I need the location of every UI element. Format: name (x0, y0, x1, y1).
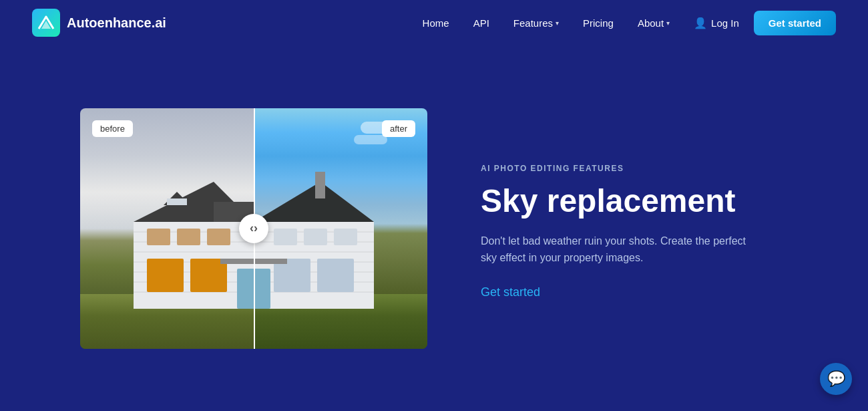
svg-rect-21 (317, 259, 354, 292)
about-chevron-icon: ▾ (666, 19, 670, 27)
svg-rect-17 (334, 229, 357, 245)
person-icon: 👤 (694, 17, 707, 29)
feature-title: Sky replacement (481, 184, 815, 219)
logo-text: Autoenhance.ai (67, 15, 166, 31)
nav-home[interactable]: Home (413, 12, 459, 34)
svg-rect-16 (304, 229, 327, 245)
logo-icon (32, 9, 60, 37)
hero-text: AI PHOTO EDITING FEATURES Sky replacemen… (481, 157, 815, 299)
nav-features[interactable]: Features ▾ (504, 12, 568, 34)
svg-marker-3 (254, 182, 374, 222)
nav-about[interactable]: About ▾ (628, 12, 679, 34)
logo[interactable]: Autoenhance.ai (32, 9, 166, 37)
feature-description: Don't let bad weather ruin your shots. C… (481, 233, 748, 267)
navbar: Autoenhance.ai Home API Features ▾ Prici… (0, 0, 868, 45)
nav-pricing[interactable]: Pricing (574, 12, 623, 34)
svg-rect-15 (274, 229, 297, 245)
nav-login[interactable]: 👤 Log In (684, 11, 748, 35)
image-comparison: ‹› before after (80, 108, 427, 349)
before-label: before (92, 120, 133, 137)
svg-rect-14 (207, 229, 230, 245)
hero-get-started-link[interactable]: Get started (481, 285, 540, 299)
main-content: ‹› before after AI PHOTO EDITING FEATURE… (0, 45, 868, 411)
nav-api[interactable]: API (464, 12, 499, 34)
chat-icon: 💬 (827, 370, 845, 388)
nav-links: Home API Features ▾ Pricing About ▾ 👤 Lo… (413, 11, 836, 35)
svg-rect-24 (315, 172, 325, 198)
svg-rect-26 (167, 198, 187, 205)
svg-rect-13 (177, 229, 200, 245)
features-chevron-icon: ▾ (556, 19, 559, 27)
svg-rect-18 (147, 259, 184, 292)
feature-label: AI PHOTO EDITING FEATURES (481, 164, 815, 173)
chat-button[interactable]: 💬 (820, 363, 852, 395)
comparison-toggle-button[interactable]: ‹› (239, 214, 268, 243)
nav-get-started-button[interactable]: Get started (754, 11, 836, 35)
cloud-2 (354, 135, 387, 144)
after-label: after (382, 120, 415, 137)
svg-rect-12 (147, 229, 170, 245)
